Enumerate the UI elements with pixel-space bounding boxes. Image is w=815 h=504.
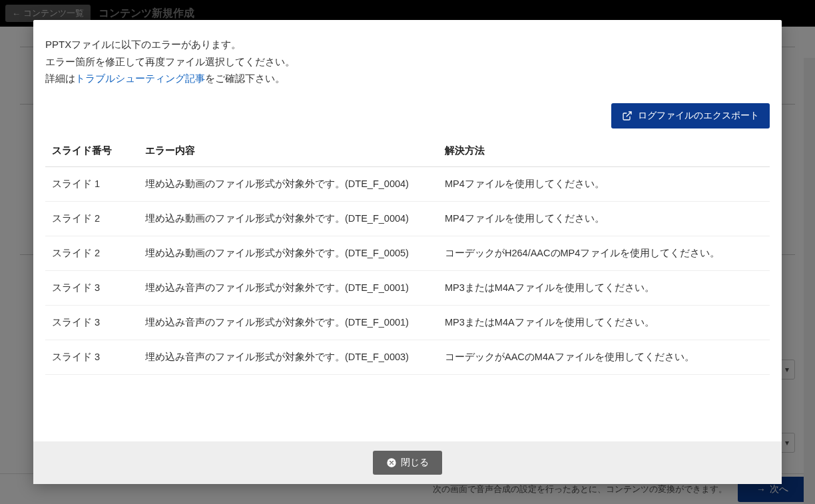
modal-body: PPTXファイルに以下のエラーがあります。 エラー箇所を修正して再度ファイル選択… (33, 20, 782, 441)
table-cell: スライド 2 (45, 236, 138, 270)
table-row: スライド 3埋め込み音声のファイル形式が対象外です。(DTE_F_0001)MP… (45, 270, 770, 305)
table-cell: スライド 2 (45, 201, 138, 236)
table-cell: MP4ファイルを使用してください。 (438, 166, 770, 201)
col-header-slide: スライド番号 (45, 135, 138, 167)
error-msg-line2: エラー箇所を修正して再度ファイル選択してください。 (45, 56, 295, 67)
open-in-new-icon (622, 111, 633, 121)
table-cell: コーデックがH264/AACのMP4ファイルを使用してください。 (438, 236, 770, 270)
col-header-error: エラー内容 (138, 135, 438, 167)
svg-line-0 (627, 112, 631, 117)
error-msg-line1: PPTXファイルに以下のエラーがあります。 (45, 39, 241, 50)
table-cell: スライド 1 (45, 166, 138, 201)
table-row: スライド 2埋め込み動画のファイル形式が対象外です。(DTE_F_0004)MP… (45, 201, 770, 236)
table-cell: スライド 3 (45, 270, 138, 305)
error-msg-line3-suffix: をご確認下さい。 (205, 73, 285, 84)
col-header-solution: 解決方法 (438, 135, 770, 167)
error-modal: PPTXファイルに以下のエラーがあります。 エラー箇所を修正して再度ファイル選択… (33, 20, 782, 484)
table-cell: MP4ファイルを使用してください。 (438, 201, 770, 236)
table-cell: スライド 3 (45, 340, 138, 374)
close-button-label: 閉じる (401, 457, 429, 469)
table-cell: 埋め込み動画のファイル形式が対象外です。(DTE_F_0005) (138, 236, 438, 270)
table-cell: 埋め込み音声のファイル形式が対象外です。(DTE_F_0003) (138, 340, 438, 374)
table-cell: スライド 3 (45, 305, 138, 340)
table-cell: MP3またはM4Aファイルを使用してください。 (438, 305, 770, 340)
export-log-button-label: ログファイルのエクスポート (638, 110, 759, 122)
export-log-button[interactable]: ログファイルのエクスポート (611, 103, 770, 128)
table-cell: 埋め込み音声のファイル形式が対象外です。(DTE_F_0001) (138, 270, 438, 305)
table-cell: 埋め込み動画のファイル形式が対象外です。(DTE_F_0004) (138, 166, 438, 201)
table-cell: コーデックがAACのM4Aファイルを使用してください。 (438, 340, 770, 374)
table-cell: 埋め込み音声のファイル形式が対象外です。(DTE_F_0001) (138, 305, 438, 340)
error-msg-line3-prefix: 詳細は (45, 73, 75, 84)
error-table: スライド番号 エラー内容 解決方法 スライド 1埋め込み動画のファイル形式が対象… (45, 135, 770, 375)
error-message: PPTXファイルに以下のエラーがあります。 エラー箇所を修正して再度ファイル選択… (45, 36, 770, 87)
table-row: スライド 3埋め込み音声のファイル形式が対象外です。(DTE_F_0001)MP… (45, 305, 770, 340)
table-cell: 埋め込み動画のファイル形式が対象外です。(DTE_F_0004) (138, 201, 438, 236)
troubleshooting-link[interactable]: トラブルシューティング記事 (75, 73, 205, 84)
table-cell: MP3またはM4Aファイルを使用してください。 (438, 270, 770, 305)
table-row: スライド 1埋め込み動画のファイル形式が対象外です。(DTE_F_0004)MP… (45, 166, 770, 201)
table-row: スライド 3埋め込み音声のファイル形式が対象外です。(DTE_F_0003)コー… (45, 340, 770, 374)
close-circle-icon (386, 457, 397, 468)
close-button[interactable]: 閉じる (373, 451, 442, 475)
table-row: スライド 2埋め込み動画のファイル形式が対象外です。(DTE_F_0005)コー… (45, 236, 770, 270)
modal-footer: 閉じる (33, 441, 782, 484)
